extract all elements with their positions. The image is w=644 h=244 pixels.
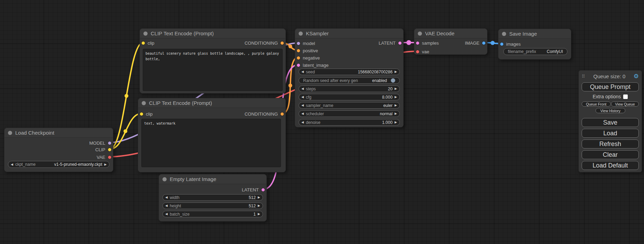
view-history-button[interactable]: View History (596, 108, 625, 113)
vae-port-icon[interactable] (416, 50, 420, 54)
input-model[interactable]: model (297, 40, 315, 47)
wire-midpoint-dot[interactable] (289, 45, 292, 48)
node-empty-latent-image[interactable]: Empty Latent Image LATENT ◀ width 512 ▶ … (159, 174, 267, 222)
node-clip-text-encode-negative[interactable]: CLIP Text Encode (Prompt) clip CONDITION… (138, 98, 286, 172)
node-title-bar[interactable]: CLIP Text Encode (Prompt) (138, 98, 285, 108)
decrement-arrow-icon[interactable]: ◀ (301, 96, 304, 99)
wire-midpoint-dot[interactable] (125, 94, 129, 98)
conditioning-port-icon[interactable] (280, 112, 284, 116)
conditioning-port-icon[interactable] (297, 49, 300, 53)
widget-width[interactable]: ◀ width 512 ▶ (162, 194, 263, 201)
increment-arrow-icon[interactable]: ▶ (258, 204, 260, 207)
widget-random-seed-toggle[interactable]: Random seed after every gen enabled (299, 77, 400, 84)
vae-port-icon[interactable] (108, 155, 112, 159)
node-load-checkpoint[interactable]: Load Checkpoint MODEL CLIP VAE ◀ ckpt_na… (4, 128, 113, 172)
output-conditioning[interactable]: CONDITIONING (245, 110, 284, 117)
wire-midpoint-dot[interactable] (289, 84, 292, 88)
increment-arrow-icon[interactable]: ▶ (395, 70, 397, 73)
clear-button[interactable]: Clear (582, 150, 639, 159)
prompt-text-input[interactable]: text, watermark (141, 119, 281, 167)
node-vae-decode[interactable]: VAE Decode samples vae IMAGE (414, 28, 487, 55)
refresh-button[interactable]: Refresh (582, 139, 639, 148)
queue-front-button[interactable]: Queue Front (582, 101, 611, 107)
widget-cfg[interactable]: ◀ cfg 8.000 ▶ (299, 94, 400, 100)
decrement-arrow-icon[interactable]: ◀ (301, 112, 304, 115)
decrement-arrow-icon[interactable]: ◀ (301, 104, 304, 107)
input-clip[interactable]: clip (141, 39, 155, 46)
input-images[interactable]: images (500, 40, 521, 47)
load-button[interactable]: Load (582, 129, 639, 138)
model-port-icon[interactable] (108, 141, 112, 145)
node-save-image[interactable]: Save Image images filename_prefix ComfyU… (498, 29, 571, 60)
collapse-dot-icon[interactable] (142, 101, 146, 105)
increment-arrow-icon[interactable]: ▶ (395, 112, 397, 115)
output-latent[interactable]: LATENT (242, 186, 265, 193)
node-ksampler[interactable]: KSampler model positive negative latent_… (295, 28, 404, 127)
node-graph-canvas[interactable]: Load Checkpoint MODEL CLIP VAE ◀ ckpt_na… (0, 0, 644, 244)
clip-port-icon[interactable] (140, 112, 143, 116)
decrement-arrow-icon[interactable]: ◀ (301, 121, 304, 124)
widget-seed[interactable]: ◀ seed 156680208700286 ▶ (299, 69, 400, 75)
clip-port-icon[interactable] (108, 148, 112, 152)
widget-steps[interactable]: ◀ steps 20 ▶ (299, 85, 400, 92)
increment-arrow-icon[interactable]: ▶ (395, 87, 397, 90)
widget-batch-size[interactable]: ◀ batch_size 1 ▶ (162, 211, 263, 217)
decrement-arrow-icon[interactable]: ◀ (165, 204, 168, 207)
clip-port-icon[interactable] (141, 41, 145, 45)
node-title-bar[interactable]: Empty Latent Image (159, 174, 266, 184)
collapse-dot-icon[interactable] (162, 177, 167, 181)
node-title-bar[interactable]: KSampler (295, 29, 403, 38)
output-model[interactable]: MODEL (89, 139, 112, 146)
view-queue-button[interactable]: View Queue (611, 101, 639, 107)
output-clip[interactable]: CLIP (95, 146, 112, 153)
model-port-icon[interactable] (297, 42, 300, 45)
conditioning-port-icon[interactable] (280, 41, 284, 45)
decrement-arrow-icon[interactable]: ◀ (165, 196, 168, 199)
extra-options-checkbox[interactable] (623, 94, 628, 99)
decrement-arrow-icon[interactable]: ◀ (165, 213, 168, 216)
widget-denoise[interactable]: ◀ denoise 1.000 ▶ (299, 119, 400, 126)
output-latent[interactable]: LATENT (379, 39, 402, 46)
increment-arrow-icon[interactable]: ▶ (395, 121, 397, 124)
increment-arrow-icon[interactable]: ▶ (395, 104, 397, 107)
image-port-icon[interactable] (482, 41, 486, 45)
collapse-dot-icon[interactable] (299, 31, 303, 36)
conditioning-port-icon[interactable] (297, 56, 300, 60)
increment-arrow-icon[interactable]: ▶ (104, 163, 107, 166)
input-positive[interactable]: positive (297, 47, 318, 54)
widget-scheduler[interactable]: ◀ scheduler normal ▶ (299, 110, 400, 117)
settings-gear-icon[interactable]: ⚙ (634, 73, 639, 79)
image-port-icon[interactable] (500, 42, 504, 46)
decrement-arrow-icon[interactable]: ◀ (11, 163, 13, 166)
collapse-dot-icon[interactable] (8, 131, 12, 135)
collapse-dot-icon[interactable] (502, 32, 506, 36)
queue-prompt-button[interactable]: Queue Prompt (582, 82, 639, 91)
collapse-dot-icon[interactable] (418, 31, 422, 36)
increment-arrow-icon[interactable]: ▶ (395, 96, 397, 99)
node-title-bar[interactable]: Save Image (499, 29, 571, 39)
output-vae[interactable]: VAE (97, 154, 112, 161)
wire-midpoint-dot[interactable] (124, 129, 127, 133)
queue-panel[interactable]: ⠿ Queue size: 0 ⚙ Queue Prompt Extra opt… (579, 70, 642, 172)
node-title-bar[interactable]: Load Checkpoint (5, 128, 113, 138)
input-latent-image[interactable]: latent_image (297, 62, 328, 69)
input-clip[interactable]: clip (140, 110, 153, 117)
increment-arrow-icon[interactable]: ▶ (258, 196, 260, 199)
prompt-text-input[interactable]: beautiful scenery nature glass bottle la… (143, 49, 283, 91)
wire-midpoint-dot[interactable] (406, 40, 411, 45)
input-vae[interactable]: vae (416, 48, 429, 55)
node-clip-text-encode-positive[interactable]: CLIP Text Encode (Prompt) clip CONDITION… (140, 28, 286, 93)
latent-port-icon[interactable] (261, 188, 265, 192)
increment-arrow-icon[interactable]: ▶ (258, 213, 260, 216)
save-button[interactable]: Save (582, 118, 639, 127)
widget-filename-prefix[interactable]: filename_prefix ComfyUI (503, 48, 567, 55)
collapse-dot-icon[interactable] (143, 31, 148, 36)
latent-port-icon[interactable] (297, 63, 300, 67)
input-negative[interactable]: negative (297, 54, 320, 61)
load-default-button[interactable]: Load Default (582, 161, 639, 170)
decrement-arrow-icon[interactable]: ◀ (301, 87, 304, 90)
widget-ckpt-name[interactable]: ◀ ckpt_name v1-5-pruned-emaonly.ckpt ▶ (8, 161, 109, 168)
output-conditioning[interactable]: CONDITIONING (245, 39, 284, 46)
node-title-bar[interactable]: VAE Decode (414, 29, 487, 38)
node-title-bar[interactable]: CLIP Text Encode (Prompt) (140, 29, 285, 38)
